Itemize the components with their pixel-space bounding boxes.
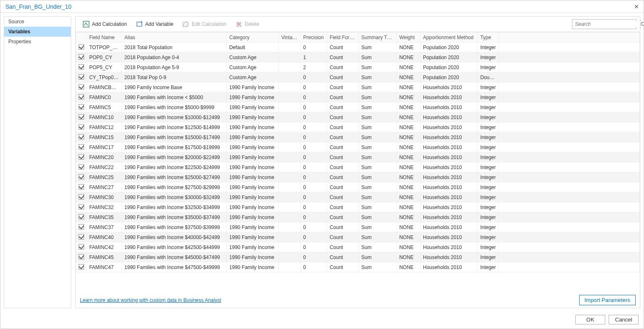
cell-precision: 0	[300, 122, 327, 132]
table-row[interactable]: FAMINCBASE1990 Family Income Base1990 Fa…	[76, 82, 640, 92]
table-row[interactable]: POP0_CY2018 Population Age 0-4Custom Age…	[76, 52, 640, 62]
table-row[interactable]: FAMINC51990 Families with Income $5000-$…	[76, 102, 640, 112]
table-row[interactable]: FAMINC221990 Families with Income $22500…	[76, 162, 640, 172]
row-checkbox[interactable]	[76, 182, 87, 192]
search-field[interactable]: ▾	[572, 19, 637, 29]
column-header[interactable]: Precision	[300, 32, 327, 42]
search-icon[interactable]	[640, 20, 644, 29]
row-checkbox[interactable]	[76, 42, 87, 52]
column-header[interactable]: Field Format	[327, 32, 359, 42]
table-row[interactable]: FAMINC201990 Families with Income $20000…	[76, 152, 640, 162]
cell-field: FAMINC5	[87, 102, 122, 112]
cell-format: Count	[327, 252, 359, 262]
edit-calculation-label: Edit Calculation	[192, 21, 226, 27]
sidebar-item-source[interactable]: Source	[4, 17, 71, 27]
cell-field: FAMINC0	[87, 92, 122, 102]
column-header[interactable]: Weight	[396, 32, 420, 42]
row-checkbox[interactable]	[76, 142, 87, 152]
search-input[interactable]	[572, 21, 640, 27]
table-row[interactable]: FAMINC01990 Families with Income < $5000…	[76, 92, 640, 102]
table-row[interactable]: FAMINC171990 Families with Income $17500…	[76, 142, 640, 152]
cell-category: 1990 Family Income	[227, 82, 279, 92]
table-row[interactable]: FAMINC251990 Families with Income $25000…	[76, 172, 640, 182]
row-checkbox[interactable]	[76, 212, 87, 222]
table-row[interactable]: POP5_CY2018 Population Age 5-9Custom Age…	[76, 62, 640, 72]
cell-apportion: Households 2010	[420, 212, 478, 222]
table-row[interactable]: CY_TPop0_92018 Total Pop 0-9Custom Age0C…	[76, 72, 640, 82]
table-row[interactable]: FAMINC371990 Families with Income $37500…	[76, 222, 640, 232]
table-row[interactable]: FAMINC451990 Families with Income $45000…	[76, 252, 640, 262]
cell-category: 1990 Family Income	[227, 112, 279, 122]
svg-rect-3	[237, 22, 241, 27]
row-checkbox[interactable]	[76, 72, 87, 82]
column-header[interactable]: Apportionment Method	[420, 32, 478, 42]
import-parameters-button[interactable]: Import Parameters	[579, 295, 636, 305]
close-icon[interactable]: ✕	[633, 3, 640, 10]
table-row[interactable]: FAMINC101990 Families with Income $10000…	[76, 112, 640, 122]
row-checkbox[interactable]	[76, 192, 87, 202]
cell-vintage	[278, 162, 300, 172]
cell-vintage	[278, 132, 300, 142]
row-checkbox[interactable]	[76, 132, 87, 142]
table-row[interactable]: FAMINC351990 Families with Income $35000…	[76, 212, 640, 222]
add-variable-label: Add Variable	[145, 21, 173, 27]
row-checkbox[interactable]	[76, 232, 87, 242]
table-row[interactable]: FAMINC121990 Families with Income $12500…	[76, 122, 640, 132]
cell-precision: 0	[300, 42, 327, 52]
row-checkbox[interactable]	[76, 102, 87, 112]
row-checkbox[interactable]	[76, 262, 87, 272]
row-checkbox[interactable]	[76, 62, 87, 72]
row-checkbox[interactable]	[76, 122, 87, 132]
cell-field: POP0_CY	[87, 52, 122, 62]
cell-alias: 2018 Total Population	[122, 42, 227, 52]
row-checkbox[interactable]	[76, 172, 87, 182]
column-header[interactable]: Type	[478, 32, 499, 42]
cell-alias: 1990 Families with Income $5000-$9999	[122, 102, 227, 112]
add-calculation-button[interactable]: Add Calculation	[79, 19, 131, 29]
row-checkbox[interactable]	[76, 242, 87, 252]
column-header[interactable]: Vintage	[278, 32, 300, 42]
cell-apportion: Households 2010	[420, 82, 478, 92]
variables-grid[interactable]: Field NameAliasCategoryVintagePrecisionF…	[76, 32, 640, 292]
cell-alias: 1990 Families with Income $32500-$34999	[122, 202, 227, 212]
sidebar-item-properties[interactable]: Properties	[4, 37, 71, 47]
table-row[interactable]: FAMINC301990 Families with Income $30000…	[76, 192, 640, 202]
table-row[interactable]: FAMINC471990 Families with Income $47500…	[76, 262, 640, 272]
cell-weight: NONE	[396, 192, 420, 202]
row-checkbox[interactable]	[76, 82, 87, 92]
sidebar-item-variables[interactable]: Variables	[4, 27, 71, 37]
row-checkbox[interactable]	[76, 252, 87, 262]
add-variable-button[interactable]: Add Variable	[132, 19, 177, 29]
cell-alias: 1990 Family Income Base	[122, 82, 227, 92]
table-row[interactable]: FAMINC321990 Families with Income $32500…	[76, 202, 640, 212]
table-row[interactable]: FAMINC421990 Families with Income $42500…	[76, 242, 640, 252]
row-checkbox[interactable]	[76, 222, 87, 232]
cancel-button[interactable]: Cancel	[609, 315, 639, 324]
row-checkbox[interactable]	[76, 152, 87, 162]
row-checkbox[interactable]	[76, 202, 87, 212]
column-header[interactable]: Summary Type	[359, 32, 396, 42]
cell-field: FAMINC47	[87, 262, 122, 272]
row-checkbox[interactable]	[76, 162, 87, 172]
dialog-body: SourceVariablesProperties Add Calculatio…	[0, 13, 644, 312]
row-checkbox[interactable]	[76, 92, 87, 102]
column-header[interactable]	[76, 32, 87, 42]
table-row[interactable]: TOTPOP_CY2018 Total PopulationDefault0Co…	[76, 42, 640, 52]
column-header[interactable]	[499, 32, 640, 42]
column-header[interactable]: Field Name	[87, 32, 122, 42]
row-checkbox[interactable]	[76, 112, 87, 122]
cell-format: Count	[327, 192, 359, 202]
table-row[interactable]: FAMINC271990 Families with Income $27500…	[76, 182, 640, 192]
learn-more-link[interactable]: Learn more about working with custom dat…	[80, 297, 221, 303]
row-checkbox[interactable]	[76, 52, 87, 62]
cell-field: FAMINC27	[87, 182, 122, 192]
cell-category: 1990 Family Income	[227, 172, 279, 182]
cell-format: Count	[327, 202, 359, 212]
column-header[interactable]: Alias	[122, 32, 227, 42]
column-header[interactable]: Category	[227, 32, 279, 42]
table-row[interactable]: FAMINC151990 Families with Income $15000…	[76, 132, 640, 142]
cell-format: Count	[327, 122, 359, 132]
ok-button[interactable]: OK	[575, 315, 605, 324]
table-row[interactable]: FAMINC401990 Families with Income $40000…	[76, 232, 640, 242]
cell-category: 1990 Family Income	[227, 152, 279, 162]
